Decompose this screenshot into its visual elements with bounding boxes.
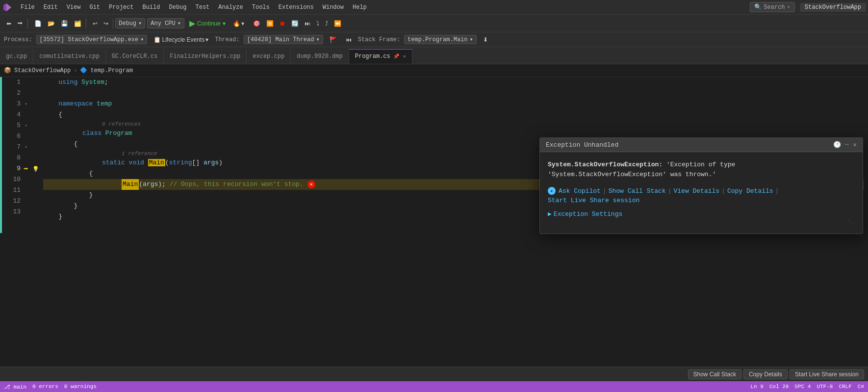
- status-encoding[interactable]: UTF-8: [817, 384, 833, 390]
- stack-frame-value: temp.Program.Main: [408, 36, 467, 43]
- ask-copilot-link[interactable]: Ask Copilot: [559, 187, 601, 195]
- copy-details-button[interactable]: Copy Details: [743, 369, 788, 379]
- tab-label: gc.cpp: [6, 53, 27, 60]
- tab-excep-cpp[interactable]: excep.cpp: [247, 49, 291, 64]
- debug-target-button[interactable]: 🎯: [251, 19, 263, 28]
- thread-flag-button[interactable]: 🚩: [327, 35, 339, 45]
- back-button[interactable]: ⬅: [4, 19, 14, 28]
- breadcrumb-project[interactable]: StackOverflowApp: [14, 67, 71, 74]
- lightbulb-icon[interactable]: 💡: [32, 166, 39, 172]
- flame-button[interactable]: 🔥▾: [230, 19, 247, 28]
- method-main: Main: [148, 157, 165, 168]
- step-over-button[interactable]: ⏭: [302, 19, 313, 28]
- copy-details-link[interactable]: Copy Details: [727, 187, 773, 195]
- gutter-8: [25, 153, 39, 163]
- status-ln[interactable]: Ln 9: [750, 384, 763, 390]
- comment-text: // Oops, this recursion won't stop.: [170, 179, 304, 190]
- step-into-button[interactable]: ⤵: [314, 19, 322, 28]
- status-branch[interactable]: ⎇ main: [4, 384, 26, 390]
- process-dropdown[interactable]: [35572] StackOverflowApp.exe ▾: [36, 35, 148, 44]
- breadcrumb-icon: 📦: [4, 67, 11, 74]
- tab-close-button[interactable]: ✕: [403, 53, 406, 59]
- stop-button[interactable]: ⏹: [277, 19, 288, 28]
- exception-minimize-icon[interactable]: ─: [845, 141, 849, 149]
- stack-frame-expand-button[interactable]: ⬇: [481, 35, 490, 45]
- keyword-using: using: [43, 77, 81, 88]
- open-file-button[interactable]: 📂: [45, 19, 57, 28]
- semicolon: ;: [104, 77, 108, 88]
- thread-actions-button[interactable]: ⏮: [343, 35, 354, 45]
- status-col[interactable]: Col 29: [769, 384, 789, 390]
- lifecycle-events-button[interactable]: 📋 Lifecycle Events▾: [151, 35, 211, 45]
- thread-dropdown[interactable]: [40428] Main Thread ▾: [244, 35, 323, 44]
- app-logo: [2, 2, 13, 13]
- menu-git[interactable]: Git: [85, 3, 104, 12]
- menu-extensions[interactable]: Extensions: [275, 3, 318, 12]
- status-spc[interactable]: SPC 4: [794, 384, 811, 390]
- exception-body: System.StackOverflowException: 'Exceptio…: [540, 152, 863, 234]
- code-line-4: {: [43, 109, 864, 120]
- step-out-button[interactable]: ⤴: [323, 19, 331, 28]
- redo-button[interactable]: ↪: [101, 19, 111, 28]
- menu-view[interactable]: View: [63, 3, 85, 12]
- menu-debug[interactable]: Debug: [165, 3, 190, 12]
- tab-gc-coreclr-cs[interactable]: GC.CoreCLR.cs: [106, 49, 164, 64]
- process-value: [35572] StackOverflowApp.exe: [40, 36, 139, 43]
- gutter-9: ➡ 💡: [25, 163, 39, 174]
- exception-history-icon[interactable]: 🕐: [833, 141, 841, 149]
- debug-config-dropdown[interactable]: Debug ▾: [115, 18, 145, 28]
- continue-arrow-icon: ▾: [223, 20, 226, 27]
- fold-7[interactable]: ▾: [25, 144, 27, 150]
- gutter-6: [25, 131, 39, 142]
- menu-tools[interactable]: Tools: [248, 3, 274, 12]
- new-file-button[interactable]: 📄: [32, 19, 44, 28]
- toolbar: ⬅ ⮕ 📄 📂 💾 🗂️ ↩ ↪ Debug ▾ Any CPU ▾ ▶ Con…: [0, 15, 868, 32]
- fold-5[interactable]: ▾: [25, 123, 27, 129]
- status-warnings[interactable]: 0 warnings: [64, 384, 97, 390]
- exception-settings[interactable]: ▶ Exception Settings: [548, 210, 855, 218]
- gutter-2: [25, 88, 39, 99]
- tab-comutilnative-cpp[interactable]: comutilnative.cpp: [33, 49, 105, 64]
- view-details-link[interactable]: View Details: [673, 187, 719, 195]
- resize-handle[interactable]: ⋱: [548, 218, 855, 226]
- forward-button[interactable]: ⮕: [15, 19, 26, 28]
- undo-button[interactable]: ↩: [90, 19, 100, 28]
- stack-frame-label: Stack Frame:: [358, 36, 400, 43]
- search-box[interactable]: 🔍 Search ▾: [750, 2, 794, 12]
- save-button[interactable]: 💾: [58, 19, 71, 28]
- show-call-stack-link[interactable]: Show Call Stack: [609, 187, 666, 195]
- step-back-button[interactable]: ⏪: [332, 19, 344, 28]
- tab-program-cs[interactable]: Program.cs 📌 ✕: [349, 49, 412, 64]
- status-line-ending[interactable]: CRLF: [839, 384, 851, 390]
- tab-dump-dmp[interactable]: dump.9920.dmp: [291, 49, 349, 64]
- breadcrumb-namespace[interactable]: temp.Program: [90, 67, 132, 74]
- exception-message: System.StackOverflowException: 'Exceptio…: [548, 160, 855, 179]
- line-num-2: 2: [0, 88, 21, 99]
- show-call-stack-button[interactable]: Show Call Stack: [688, 369, 741, 379]
- menu-file[interactable]: File: [17, 3, 39, 12]
- menu-edit[interactable]: Edit: [40, 3, 62, 12]
- menu-test[interactable]: Test: [192, 3, 214, 12]
- menu-project[interactable]: Project: [105, 3, 137, 12]
- app-title: StackOverflowApp: [800, 3, 866, 12]
- save-all-button[interactable]: 🗂️: [72, 19, 84, 28]
- stack-frame-dropdown[interactable]: temp.Program.Main ▾: [404, 35, 477, 44]
- breakpoints-button[interactable]: ⏸️: [264, 19, 276, 28]
- platform-dropdown[interactable]: Any CPU ▾: [147, 18, 184, 28]
- status-language[interactable]: C#: [858, 384, 864, 390]
- menu-window[interactable]: Window: [319, 3, 348, 12]
- menu-build[interactable]: Build: [138, 3, 164, 12]
- restart-button[interactable]: 🔄: [289, 19, 301, 28]
- start-live-share-link[interactable]: Start Live Share session: [548, 197, 639, 204]
- fold-3[interactable]: ▾: [25, 101, 27, 107]
- tab-gc-cpp[interactable]: gc.cpp: [0, 49, 33, 64]
- lifecycle-icon: 📋: [153, 36, 161, 43]
- arg-args: args: [143, 179, 158, 190]
- status-errors[interactable]: 0 errors: [32, 384, 58, 390]
- tab-finalizerhelpers-cpp[interactable]: FinalizerHelpers.cpp: [164, 49, 247, 64]
- continue-button[interactable]: ▶ Continue ▾: [186, 17, 229, 29]
- exception-close-icon[interactable]: ✕: [853, 141, 857, 149]
- start-live-share-button[interactable]: Start Live Share session: [790, 369, 864, 379]
- menu-analyze[interactable]: Analyze: [214, 3, 247, 12]
- menu-help[interactable]: Help: [349, 3, 371, 12]
